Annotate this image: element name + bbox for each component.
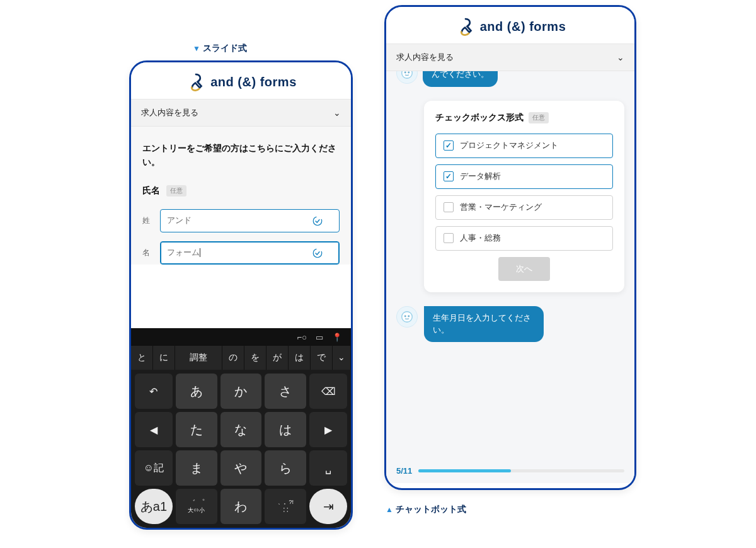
phone-slide: and (&) forms 求人内容を見る ⌄ エントリーをご希望の方はこちらに… — [129, 60, 353, 530]
suggestion-item[interactable]: を — [244, 346, 266, 370]
caption-slide-text: スライド式 — [203, 43, 247, 54]
optional-badge: 任意 — [529, 112, 549, 123]
progress-label: 5/11 — [396, 466, 412, 476]
suggestion-item[interactable]: と — [131, 346, 153, 370]
phone-chatbot: and (&) forms 求人内容を見る ⌄ んでください。 チェックボックス… — [384, 5, 636, 490]
card-icon[interactable]: ▭ — [316, 333, 323, 342]
firstname-label: 名 — [142, 248, 154, 258]
bot-bubble-top: んでください。 — [423, 71, 498, 87]
keyboard-grid: ↶ あ か さ ⌫ ◀ た な は ▶ ☺記 ま や ら ␣ あa1 ゛ ゜大⇔… — [131, 370, 351, 528]
accordion-job-details[interactable]: 求人内容を見る ⌄ — [386, 43, 634, 71]
firstname-row: 名 フォーム — [142, 241, 340, 265]
key-right[interactable]: ▶ — [309, 412, 347, 447]
key-ya[interactable]: や — [220, 450, 262, 486]
key-mode-switch[interactable]: あa1 — [135, 489, 173, 524]
key-sa[interactable]: さ — [265, 374, 306, 409]
checkbox-card: チェックボックス形式 任意 プロジェクトマネジメント データ解析 営業・マーケテ… — [424, 101, 624, 292]
key-ma[interactable]: ま — [176, 450, 217, 486]
keyboard-suggestions: と に 調整 の を が は で ⌄ — [131, 346, 351, 370]
key-dakuten[interactable]: ゛ ゜大⇔小 — [176, 489, 217, 524]
svg-point-0 — [313, 217, 322, 225]
caption-slide: ▼ スライド式 — [193, 43, 247, 54]
svg-point-5 — [402, 312, 413, 323]
suggestion-item[interactable]: が — [266, 346, 289, 370]
svg-point-1 — [313, 249, 322, 258]
checkmark-circle-icon — [312, 248, 323, 259]
bot-message-row: 生年月日を入力してください。 — [396, 306, 624, 343]
intro-text: エントリーをご希望の方はこちらにご入力ください。 — [142, 142, 340, 169]
ampersand-icon — [185, 71, 207, 93]
optional-badge: 任意 — [166, 185, 186, 197]
bot-bubble-top-text: んでください。 — [432, 71, 489, 79]
suggestion-item[interactable]: で — [311, 346, 333, 370]
card-title-row: チェックボックス形式 任意 — [435, 112, 613, 123]
key-ha[interactable]: は — [265, 412, 306, 447]
ampersand-icon — [455, 16, 476, 37]
checkbox-icon — [444, 140, 454, 151]
next-button[interactable]: 次へ — [498, 257, 550, 281]
logo-row: and (&) forms — [386, 7, 634, 43]
triangle-up-icon: ▲ — [386, 505, 393, 514]
key-backspace[interactable]: ⌫ — [309, 374, 347, 409]
progress-bar — [418, 469, 624, 472]
chevron-down-icon: ⌄ — [333, 108, 341, 118]
chat-area: んでください。 チェックボックス形式 任意 プロジェクトマネジメント データ解析… — [386, 71, 634, 483]
checkbox-label: プロジェクトマネジメント — [460, 140, 558, 151]
accordion-label: 求人内容を見る — [396, 52, 454, 63]
checkmark-circle-icon — [312, 215, 323, 227]
checkbox-option[interactable]: プロジェクトマネジメント — [435, 134, 613, 158]
key-space[interactable]: ␣ — [309, 450, 347, 486]
robot-icon — [400, 71, 414, 80]
card-title: チェックボックス形式 — [435, 112, 524, 123]
suggestion-item[interactable]: 調整 — [175, 346, 222, 370]
svg-point-6 — [404, 315, 406, 317]
lastname-row: 姓 アンド — [142, 209, 340, 232]
checkbox-option[interactable]: 人事・総務 — [435, 226, 613, 251]
name-label: 氏名 — [142, 185, 160, 197]
key-a[interactable]: あ — [176, 374, 217, 409]
progress-fill — [418, 469, 511, 472]
checkbox-label: 営業・マーケティング — [460, 202, 542, 213]
bot-bubble-bottom: 生年月日を入力してください。 — [424, 306, 544, 343]
location-icon[interactable]: 📍 — [332, 333, 342, 342]
logo-text: and (&) forms — [480, 20, 566, 34]
svg-point-4 — [408, 72, 410, 74]
robot-icon — [400, 310, 414, 324]
key-wa[interactable]: わ — [220, 489, 262, 524]
key-punct[interactable]: 、。?!⸬ — [265, 489, 306, 524]
key-ta[interactable]: た — [176, 412, 217, 447]
lastname-value: アンド — [167, 216, 192, 225]
form-area: エントリーをご希望の方はこちらにご入力ください。 氏名 任意 姓 アンド 名 フ… — [131, 127, 351, 265]
suggestion-item[interactable]: は — [289, 346, 311, 370]
key-ra[interactable]: ら — [265, 450, 306, 486]
onscreen-keyboard: ⌐○ ▭ 📍 と に 調整 の を が は で ⌄ ↶ あ か さ ⌫ ◀ た … — [131, 328, 351, 528]
suggestion-item[interactable]: に — [153, 346, 175, 370]
svg-point-3 — [404, 72, 406, 74]
name-field-title: 氏名 任意 — [142, 185, 340, 197]
key-emoji[interactable]: ☺記 — [135, 450, 173, 486]
accordion-job-details[interactable]: 求人内容を見る ⌄ — [131, 99, 351, 127]
bot-avatar — [396, 71, 418, 84]
logo-text: and (&) forms — [210, 75, 297, 89]
key-undo[interactable]: ↶ — [135, 374, 173, 409]
key-icon[interactable]: ⌐○ — [297, 333, 307, 342]
firstname-value: フォーム — [167, 248, 200, 257]
key-ka[interactable]: か — [220, 374, 262, 409]
svg-point-7 — [408, 315, 410, 317]
bot-message-row: んでください。 — [396, 71, 624, 87]
checkbox-option[interactable]: データ解析 — [435, 164, 613, 189]
logo-row: and (&) forms — [131, 62, 351, 99]
checkbox-label: 人事・総務 — [460, 233, 501, 244]
suggestion-item[interactable]: の — [222, 346, 244, 370]
triangle-down-icon: ▼ — [193, 44, 200, 53]
caption-chatbot: ▲ チャットボット式 — [386, 504, 466, 515]
caption-chatbot-text: チャットボット式 — [396, 504, 466, 515]
key-enter[interactable]: ⇥ — [309, 489, 347, 524]
checkbox-option[interactable]: 営業・マーケティング — [435, 195, 613, 220]
key-left[interactable]: ◀ — [135, 412, 173, 447]
chevron-down-icon: ⌄ — [617, 52, 624, 62]
checkbox-icon — [444, 171, 454, 181]
checkbox-icon — [444, 202, 454, 212]
key-na[interactable]: な — [220, 412, 262, 447]
suggestion-more[interactable]: ⌄ — [333, 346, 351, 370]
